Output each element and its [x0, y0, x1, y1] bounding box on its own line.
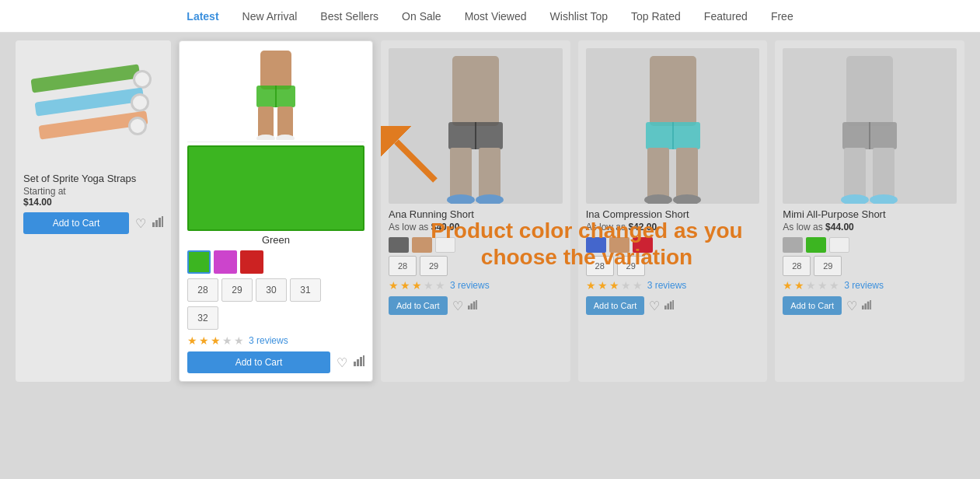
- mimi-wishlist-icon[interactable]: ♡: [846, 299, 857, 313]
- arrow-annotation: [381, 126, 443, 191]
- featured-color-swatches: [187, 250, 364, 274]
- featured-size-swatches-row2: 32: [187, 306, 364, 330]
- ina-action-row: Add to Cart ♡: [586, 296, 760, 315]
- nav-item-featured[interactable]: Featured: [704, 10, 748, 23]
- featured-product-image: [187, 49, 364, 142]
- svg-rect-12: [357, 359, 359, 366]
- nav-item-free[interactable]: Free: [771, 10, 793, 23]
- ina-compare-icon[interactable]: [664, 299, 674, 313]
- ana-swatch-gray[interactable]: [389, 237, 409, 253]
- svg-rect-4: [260, 51, 291, 89]
- svg-rect-47: [864, 303, 867, 309]
- ina-stars: ★ ★ ★ ★ ★ 3 reviews: [586, 279, 760, 292]
- mimi-swatch-green[interactable]: [806, 237, 826, 253]
- mimi-size-29[interactable]: 29: [814, 256, 842, 276]
- product-card-mimi: Mimi All-Purpose Short As low as $44.00 …: [775, 40, 964, 382]
- ina-product-image: [586, 48, 760, 204]
- svg-rect-20: [450, 148, 472, 198]
- ina-reviews-link[interactable]: 3 reviews: [647, 280, 687, 291]
- swatch-purple[interactable]: [214, 250, 237, 274]
- featured-size-swatches: 28 29 30 31: [187, 278, 364, 302]
- mimi-swatch-gray[interactable]: [783, 237, 803, 253]
- ana-stars: ★ ★ ★ ★ ★ 3 reviews: [389, 279, 563, 292]
- mimi-card-info: Mimi All-Purpose Short As low as $44.00 …: [783, 204, 957, 320]
- strap-1: [30, 64, 140, 93]
- size-29[interactable]: 29: [221, 278, 253, 302]
- ina-shorts-svg: [626, 56, 720, 204]
- swatch-green[interactable]: [187, 250, 211, 274]
- featured-color-label: Green: [187, 234, 364, 246]
- swatch-red[interactable]: [240, 250, 263, 274]
- yoga-add-to-cart-button[interactable]: Add to Cart: [23, 212, 129, 234]
- orange-arrow-svg: [381, 126, 443, 188]
- svg-rect-28: [650, 56, 696, 126]
- featured-stars: ★ ★ ★ ★ ★ 3 reviews: [187, 334, 364, 347]
- ana-add-to-cart-button[interactable]: Add to Cart: [389, 296, 448, 315]
- svg-rect-21: [479, 148, 500, 198]
- svg-rect-36: [668, 303, 670, 309]
- svg-rect-24: [468, 306, 470, 309]
- svg-rect-49: [870, 300, 871, 309]
- mimi-price-value: $44.00: [825, 222, 854, 233]
- svg-rect-39: [846, 56, 893, 126]
- svg-rect-42: [844, 148, 866, 198]
- mimi-swatches: [783, 237, 957, 253]
- mimi-add-to-cart-button[interactable]: Add to Cart: [783, 296, 842, 315]
- nav-item-latest[interactable]: Latest: [187, 10, 218, 23]
- yoga-product-price: Starting at $14.00: [23, 186, 163, 208]
- svg-rect-8: [277, 107, 293, 138]
- color-change-annotation: Product color changed as you choose the …: [412, 218, 762, 270]
- ana-reviews-link[interactable]: 3 reviews: [450, 280, 490, 291]
- yoga-price-value: $14.00: [23, 197, 52, 208]
- nav-item-new-arrival[interactable]: New Arrival: [242, 10, 298, 23]
- mimi-compare-icon[interactable]: [862, 299, 871, 313]
- buckle-1: [133, 70, 152, 89]
- svg-rect-26: [473, 302, 475, 309]
- size-32[interactable]: 32: [187, 306, 218, 330]
- mimi-stars: ★ ★ ★ ★ ★ 3 reviews: [783, 279, 957, 292]
- yoga-wishlist-icon[interactable]: ♡: [135, 216, 146, 231]
- mimi-size-28[interactable]: 28: [783, 256, 811, 276]
- yoga-action-row: Add to Cart ♡: [23, 212, 163, 234]
- product-card-ana: Ana Running Short As low as $40.00 28 29…: [381, 40, 570, 382]
- featured-add-to-cart-button[interactable]: Add to Cart: [187, 351, 330, 373]
- size-30[interactable]: 30: [256, 278, 287, 302]
- svg-rect-17: [452, 56, 499, 126]
- svg-rect-35: [664, 306, 667, 309]
- svg-rect-46: [862, 306, 864, 309]
- yoga-straps-illustration: [31, 64, 155, 157]
- featured-action-row: Add to Cart ♡: [187, 351, 364, 373]
- featured-wishlist-icon[interactable]: ♡: [337, 355, 347, 370]
- nav-bar: Latest New Arrival Best Sellers On Sale …: [0, 0, 980, 33]
- nav-item-most-viewed[interactable]: Most Viewed: [465, 10, 527, 23]
- svg-rect-32: [676, 148, 698, 198]
- yoga-product-title: Set of Sprite Yoga Straps: [23, 173, 163, 184]
- buckle-2: [131, 93, 149, 112]
- mimi-reviews-link[interactable]: 3 reviews: [844, 280, 884, 291]
- nav-item-on-sale[interactable]: On Sale: [402, 10, 441, 23]
- yoga-compare-icon[interactable]: [152, 216, 163, 230]
- mimi-shorts-svg: [823, 56, 916, 204]
- mimi-swatch-white[interactable]: [829, 237, 849, 253]
- ina-wishlist-icon[interactable]: ♡: [649, 299, 660, 313]
- ana-wishlist-icon[interactable]: ♡: [452, 299, 463, 313]
- product-card-featured: Green 28 29 30 31 32 ★ ★ ★ ★ ★ 3 reviews: [179, 40, 373, 382]
- size-28[interactable]: 28: [187, 278, 218, 302]
- svg-rect-1: [155, 220, 158, 227]
- ana-compare-icon[interactable]: [468, 299, 477, 313]
- strap-2: [34, 87, 144, 116]
- nav-item-wishlist-top[interactable]: Wishlist Top: [550, 10, 608, 23]
- mimi-product-image: [783, 48, 957, 204]
- product-card-ina: Ina Compression Short As low as $42.00 2…: [578, 40, 768, 382]
- svg-rect-7: [258, 107, 274, 138]
- size-31[interactable]: 31: [290, 278, 321, 302]
- ina-add-to-cart-button[interactable]: Add to Cart: [586, 296, 645, 315]
- mimi-action-row: Add to Cart ♡: [783, 296, 957, 315]
- svg-rect-31: [647, 148, 669, 198]
- mimi-price-label: As low as: [783, 222, 822, 233]
- featured-compare-icon[interactable]: [354, 355, 364, 369]
- featured-reviews-link[interactable]: 3 reviews: [249, 335, 288, 346]
- svg-rect-11: [354, 362, 356, 366]
- nav-item-best-sellers[interactable]: Best Sellers: [320, 10, 378, 23]
- nav-item-top-rated[interactable]: Top Rated: [631, 10, 681, 23]
